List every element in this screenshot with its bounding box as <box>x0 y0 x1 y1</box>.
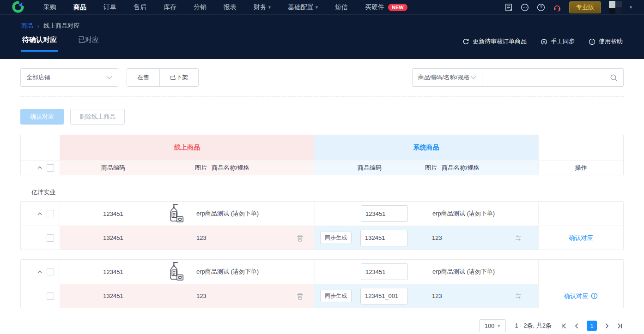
bulk-action-bar: 确认对应 删除线上商品 <box>20 109 624 125</box>
sync-generate-button[interactable]: 同步生成 <box>320 290 352 302</box>
navbar-right-cluster: ? 专业版 ▾ <box>504 1 632 14</box>
select-all-checkbox[interactable] <box>47 164 54 172</box>
row-checkbox[interactable] <box>47 210 54 217</box>
breadcrumb-section[interactable]: 商品 <box>21 22 33 30</box>
info-icon <box>589 38 595 45</box>
nav-item-settings[interactable]: 基础配置▾ <box>288 3 318 12</box>
dashed-divider <box>20 96 624 97</box>
search-field-select[interactable]: 商品编码/名称/规格 <box>412 68 482 87</box>
search-icon[interactable] <box>610 74 618 82</box>
table-header: 线上商品 系统商品 商品编码 图片 商品名称/规格 商品编码 图片 商品名称/规… <box>20 135 624 175</box>
pager-controls: 1 <box>561 321 623 331</box>
parent-product-row: 123451 erp商品测试 (请勿下单) erp商品测试 (请勿下单) <box>21 202 623 226</box>
last-page-icon[interactable] <box>617 323 623 329</box>
swap-match-icon[interactable] <box>514 234 523 241</box>
current-page-button[interactable]: 1 <box>587 321 597 331</box>
confirm-match-link[interactable]: 确认对应 <box>569 234 593 242</box>
first-page-icon[interactable] <box>561 323 567 329</box>
online-code-header: 商品编码 <box>60 164 166 172</box>
info-icon[interactable] <box>591 292 598 299</box>
system-code-header: 商品编码 <box>314 164 425 172</box>
breadcrumb-current: 线上商品对应 <box>43 22 79 30</box>
system-code-input[interactable] <box>361 205 408 222</box>
online-columns: 商品编码 图片 商品名称/规格 <box>60 161 314 175</box>
caret-down-icon: ▾ <box>498 323 500 328</box>
nav-item-aftersales[interactable]: 售后 <box>134 3 146 12</box>
row-checkbox[interactable] <box>47 234 54 242</box>
tab-pending-match[interactable]: 待确认对应 <box>21 36 58 52</box>
usage-help-button[interactable]: 使用帮助 <box>589 37 623 46</box>
product-image-placeholder-icon <box>166 262 185 282</box>
online-product-name: erp商品测试 (请勿下单) <box>196 268 314 276</box>
user-avatar[interactable] <box>609 1 622 14</box>
document-icon[interactable] <box>504 3 513 12</box>
filter-bar: 全部店铺 在售 已下架 商品编码/名称/规格 <box>20 68 624 87</box>
prev-page-icon[interactable] <box>574 323 580 329</box>
nav-item-inventory[interactable]: 库存 <box>164 3 176 12</box>
app-logo-icon <box>12 1 24 13</box>
product-match-card: 123451 erp商品测试 (请勿下单) erp商品测试 (请勿下单) <box>20 259 624 308</box>
online-product-code: 123451 <box>60 210 166 217</box>
nav-item-finance[interactable]: 财务▾ <box>254 3 271 12</box>
header-empty-operation <box>538 135 623 160</box>
off-shelf-button[interactable]: 已下架 <box>159 68 199 87</box>
system-code-input[interactable] <box>361 263 408 280</box>
chevron-down-icon <box>106 76 112 79</box>
svg-text:?: ? <box>540 5 542 10</box>
row-checkbox[interactable] <box>47 268 54 275</box>
system-sku-code-input[interactable] <box>360 230 407 246</box>
online-product-code: 123451 <box>60 268 166 275</box>
nav-item-reports[interactable]: 报表 <box>224 3 237 12</box>
shop-filter-select[interactable]: 全部店铺 <box>20 68 118 87</box>
sync-generate-button[interactable]: 同步生成 <box>320 232 352 244</box>
online-sku-code: 132451 <box>60 234 166 241</box>
parent-product-row: 123451 erp商品测试 (请勿下单) erp商品测试 (请勿下单) <box>21 260 623 284</box>
manual-sync-button[interactable]: 手工同步 <box>541 37 575 46</box>
page-size-select[interactable]: 100 ▾ <box>479 319 506 332</box>
main-menu: 采购 商品 订单 售后 库存 分销 报表 财务▾ 基础配置▾ 短信 买硬件NEW <box>43 3 407 12</box>
main-content: 全部店铺 在售 已下架 商品编码/名称/规格 确认对应 删除线上商品 线上商品 … <box>0 68 644 332</box>
help-question-icon[interactable]: ? <box>537 3 545 12</box>
nav-item-buy-hardware[interactable]: 买硬件NEW <box>365 3 407 12</box>
search-input[interactable] <box>482 69 610 86</box>
pro-version-button[interactable]: 专业版 <box>569 1 601 13</box>
system-image-header: 图片 <box>425 164 437 172</box>
collapse-row-icon[interactable] <box>37 212 42 215</box>
nav-item-orders[interactable]: 订单 <box>103 3 116 12</box>
product-image-placeholder-icon <box>166 203 185 224</box>
next-page-icon[interactable] <box>604 323 610 329</box>
collapse-all-icon[interactable] <box>37 166 42 169</box>
nav-item-sms[interactable]: 短信 <box>335 3 348 12</box>
refresh-icon <box>462 38 469 45</box>
row-checkbox[interactable] <box>47 292 54 300</box>
app-header: 采购 商品 订单 售后 库存 分销 报表 财务▾ 基础配置▾ 短信 买硬件NEW… <box>0 0 644 59</box>
delete-trash-icon[interactable] <box>296 234 304 242</box>
collapse-row-icon[interactable] <box>37 270 42 274</box>
online-product-name: erp商品测试 (请勿下单) <box>196 209 314 218</box>
upload-sync-icon <box>541 38 547 45</box>
delete-online-product-button[interactable]: 删除线上商品 <box>70 109 125 125</box>
tab-matched[interactable]: 已对应 <box>77 36 100 52</box>
online-sku-code: 132451 <box>60 292 166 299</box>
chat-icon[interactable] <box>521 3 529 12</box>
nav-item-products[interactable]: 商品 <box>73 3 86 12</box>
confirm-match-link[interactable]: 确认对应 <box>564 292 588 300</box>
nav-item-distribution[interactable]: 分销 <box>194 3 207 12</box>
delete-trash-icon[interactable] <box>296 292 304 300</box>
breadcrumb: 商品 › 线上商品对应 <box>0 15 644 30</box>
user-menu-caret-icon[interactable]: ▾ <box>630 5 632 10</box>
caret-down-icon: ▾ <box>268 5 271 10</box>
nav-item-purchase[interactable]: 采购 <box>43 3 56 12</box>
header-empty-cell <box>21 135 60 160</box>
sku-row: 132451 123 同步生成 123 确认对应 <box>21 226 623 250</box>
refresh-pending-orders-button[interactable]: 更新待审核订单商品 <box>462 37 527 46</box>
headset-support-icon[interactable] <box>553 3 561 12</box>
system-sku-code-input[interactable] <box>360 288 407 304</box>
on-sale-button[interactable]: 在售 <box>127 68 160 87</box>
table-header-groups: 线上商品 系统商品 <box>21 135 623 160</box>
confirm-match-button[interactable]: 确认对应 <box>20 109 64 125</box>
header-actions: 更新待审核订单商品 手工同步 使用帮助 <box>462 37 623 52</box>
system-name-header: 商品名称/规格 <box>442 164 480 172</box>
pagination: 100 ▾ 1 - 2条, 共2条 1 <box>20 319 624 332</box>
swap-match-icon[interactable] <box>514 292 523 299</box>
